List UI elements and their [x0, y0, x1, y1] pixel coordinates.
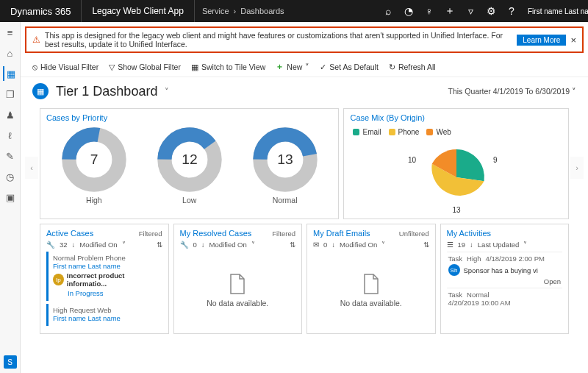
refresh-icon: ↻ [389, 63, 395, 71]
gear-icon[interactable]: ⚙ [481, 0, 501, 22]
chevron-right-icon: › [234, 7, 237, 15]
avatar: Ip [53, 274, 64, 285]
plus-icon: ＋ [276, 62, 284, 72]
no-data-message: No data available. [180, 252, 296, 329]
file-icon [362, 274, 380, 294]
new-button[interactable]: ＋New˅ [276, 62, 309, 72]
set-default-button[interactable]: ✓Set As Default [320, 62, 379, 72]
dashboard-content: ‹ › Cases by Priority 7 High [21, 105, 588, 373]
scroll-left-button[interactable]: ‹ [25, 157, 38, 179]
sort-field[interactable]: Modified On [340, 241, 377, 249]
assistant-icon[interactable]: ◔ [398, 0, 419, 22]
donut-label: Low [182, 196, 196, 205]
filter-icon[interactable]: ▿ [460, 0, 481, 22]
legend: Email Phone Web [350, 127, 562, 141]
period-selector[interactable]: This Quarter 4/1/2019 To 6/30/2019 ˅ [448, 87, 576, 96]
dashboard-header: ▦ Tier 1 Dashboard ˅ This Quarter 4/1/20… [21, 77, 588, 105]
app-name[interactable]: Legacy Web Client App [82, 0, 195, 22]
card-title: My Activities [447, 229, 492, 238]
list-settings-icon[interactable]: ⇅ [157, 241, 162, 249]
activity-item[interactable]: TaskNormal 4/20/2019 10:00 AM [447, 288, 563, 309]
mail-icon: ✉ [313, 241, 319, 249]
list-settings-icon[interactable]: ⇅ [290, 241, 295, 249]
sort-arrow-icon[interactable]: ↓ [72, 241, 76, 249]
search-icon[interactable]: ⌕ [378, 0, 398, 22]
sidebar: ≡ ⌂ ▦ ❐ ♟ ℓ ✎ ◷ ▣ S [0, 22, 21, 373]
card-title: My Draft Emails [313, 229, 370, 238]
resolved-cases-card: My Resolved Cases Filtered 🔧 0 ↓ Modifie… [173, 224, 303, 334]
cases-by-priority-card: Cases by Priority 7 High [40, 108, 339, 219]
copy-icon[interactable]: ❐ [3, 87, 18, 102]
donut-label: Normal [273, 196, 298, 205]
breadcrumb-area: Service [202, 7, 229, 15]
refresh-button[interactable]: ↻Refresh All [389, 62, 436, 72]
my-activities-card: My Activities ☰ 19 ↓ Last Updated˅ TaskH… [440, 224, 570, 334]
eye-off-icon: ⦸ [32, 63, 37, 72]
donut-normal[interactable]: 13 Normal [252, 127, 318, 205]
contacts-icon[interactable]: ♟ [3, 107, 18, 122]
donut-low[interactable]: 12 Low [157, 127, 223, 205]
donut-chart: 12 [157, 127, 223, 193]
sort-field[interactable]: Last Updated [478, 241, 520, 249]
card-title: Cases by Priority [46, 113, 332, 122]
brand[interactable]: Dynamics 365 [0, 0, 82, 22]
list-icon: ☰ [447, 241, 453, 249]
case-item[interactable]: High Request Web First name Last name [46, 304, 162, 326]
help-icon[interactable]: ? [501, 0, 522, 22]
top-bar: Dynamics 365 Legacy Web Client App Servi… [0, 0, 588, 22]
card-title: Case Mix (By Origin) [350, 113, 562, 122]
avatar: Sh [448, 264, 460, 276]
filter-status: Filtered [272, 230, 295, 238]
grid-icon[interactable]: ▣ [3, 190, 18, 205]
donut-chart: 7 [61, 127, 127, 193]
donut-chart: 13 [252, 127, 318, 193]
check-icon: ✓ [320, 63, 326, 71]
command-bar: ⦸Hide Visual Filter ▽Show Global Filter … [21, 57, 588, 77]
dashboard-title: Tier 1 Dashboard [56, 84, 157, 99]
breadcrumb-page: Dashboards [240, 7, 284, 15]
pie-label-email: 9 [493, 156, 498, 164]
funnel-icon: ▽ [109, 63, 115, 71]
pin-icon[interactable]: ✎ [3, 149, 18, 163]
pie-label-web: 10 [408, 156, 417, 164]
activity-item[interactable]: TaskHigh4/18/2019 2:00 PM ShSponsor has … [447, 252, 563, 288]
pie-label-phone: 13 [452, 206, 461, 214]
sort-field[interactable]: Modified On [79, 241, 117, 249]
pie-chart[interactable]: 9 13 10 [383, 141, 530, 214]
sort-field[interactable]: Modified On [209, 241, 247, 249]
legacy-warning-banner: ⚠ This app is designed for the legacy we… [25, 26, 584, 53]
breadcrumb[interactable]: Service › Dashboards [195, 7, 292, 15]
hamburger-icon[interactable]: ≡ [3, 25, 18, 40]
hide-visual-filter-button[interactable]: ⦸Hide Visual Filter [32, 62, 98, 72]
scroll-right-button[interactable]: › [570, 157, 584, 179]
card-title: Active Cases [46, 229, 93, 238]
sort-arrow-icon[interactable]: ↓ [201, 241, 205, 249]
dashboard-icon[interactable]: ▦ [3, 66, 18, 81]
show-global-filter-button[interactable]: ▽Show Global Filter [109, 62, 181, 72]
wrench-icon: 🔧 [46, 241, 55, 249]
add-icon[interactable]: ＋ [440, 0, 460, 22]
switch-tile-view-button[interactable]: ▦Switch to Tile View [191, 62, 265, 72]
dashboard-selector[interactable]: ˅ [165, 87, 169, 96]
case-count: 32 [60, 241, 68, 249]
case-mix-origin-card: Case Mix (By Origin) Email Phone Web [343, 108, 569, 219]
list-settings-icon[interactable]: ⇅ [423, 241, 429, 249]
warning-text: This app is designed for the legacy web … [45, 31, 512, 49]
light-bulb-icon[interactable]: ♀ [419, 0, 440, 22]
close-icon[interactable]: × [570, 35, 576, 46]
active-cases-card: Active Cases Filtered 🔧 32 ↓ Modified On… [40, 224, 169, 334]
user-menu[interactable]: First name Last na... [522, 0, 588, 22]
sidebar-badge[interactable]: S [4, 355, 17, 369]
file-icon [229, 274, 246, 294]
chevron-down-icon: ˅ [305, 63, 309, 71]
case-item[interactable]: Normal Problem Phone First name Last nam… [46, 252, 162, 301]
sort-arrow-icon[interactable]: ↓ [470, 241, 473, 249]
sort-arrow-icon[interactable]: ↓ [331, 241, 335, 249]
link-icon[interactable]: ℓ [3, 128, 18, 143]
clock-icon[interactable]: ◷ [3, 169, 18, 184]
tiles-icon: ▦ [191, 63, 198, 71]
donut-high[interactable]: 7 High [61, 127, 127, 205]
donut-value: 13 [277, 152, 293, 167]
home-icon[interactable]: ⌂ [3, 46, 18, 60]
learn-more-button[interactable]: Learn More [517, 35, 566, 46]
